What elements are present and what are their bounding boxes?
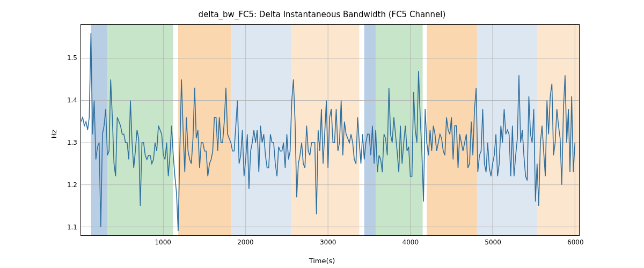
y-axis-label: Hz bbox=[50, 130, 58, 139]
x-tick-label: 5000 bbox=[485, 239, 501, 246]
y-tick-label: 1.1 bbox=[50, 224, 77, 231]
x-tick-label: 4000 bbox=[402, 239, 419, 246]
epoch-band bbox=[364, 25, 376, 235]
figure: delta_bw_FC5: Delta Instantaneous Bandwi… bbox=[0, 0, 644, 268]
epoch-band bbox=[91, 25, 107, 235]
x-axis-label: Time(s) bbox=[0, 257, 644, 265]
plot-area bbox=[80, 24, 580, 236]
plot-svg bbox=[81, 25, 579, 235]
y-tick-label: 1.3 bbox=[50, 139, 77, 146]
y-tick-label: 1.4 bbox=[50, 96, 77, 104]
chart-title: delta_bw_FC5: Delta Instantaneous Bandwi… bbox=[0, 10, 644, 19]
y-tick-label: 1.5 bbox=[50, 54, 77, 62]
x-tick-label: 3000 bbox=[320, 239, 336, 246]
y-tick-label: 1.2 bbox=[50, 181, 77, 189]
x-tick-label: 2000 bbox=[237, 239, 254, 246]
epoch-band bbox=[292, 25, 360, 235]
x-tick-label: 6000 bbox=[567, 239, 584, 246]
x-tick-label: 1000 bbox=[155, 239, 171, 246]
